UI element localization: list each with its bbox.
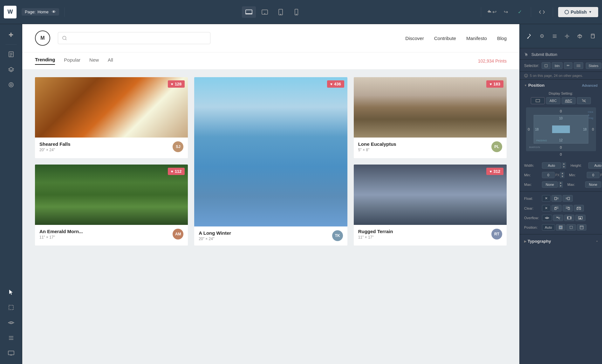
float-right-btn[interactable] [563,195,573,202]
max-width-up[interactable]: ▲ [558,181,563,185]
padding-left-value[interactable]: 18 [535,128,539,131]
3d-btn[interactable] [574,30,585,42]
assets-btn[interactable] [4,78,18,92]
padding-right-value[interactable]: 18 [583,128,586,131]
margin-left-value[interactable]: 0 [528,127,530,131]
states-btn[interactable]: States [586,63,601,69]
print-card-3[interactable]: 183 Lone Eucalyptus 5" × 8" PL [354,77,507,158]
select-box-btn[interactable] [4,300,18,314]
undo-btn[interactable]: ↩ [486,6,498,18]
margin-bottom-outer[interactable]: 0 [560,152,562,156]
tab-popular[interactable]: Popular [64,57,80,64]
display-inline-btn[interactable]: ABC [562,97,576,104]
max-height-input[interactable] [585,181,601,188]
layers-btn[interactable] [4,63,18,77]
publish-btn[interactable]: Publish ▼ [558,7,598,17]
bars-btn[interactable] [4,331,18,345]
tab-trending[interactable]: Trending [35,57,55,65]
selector-btn-icon[interactable] [542,62,551,69]
overflow-scroll-btn[interactable] [564,215,574,221]
float-none-btn[interactable]: ✕ [542,195,551,202]
print-card-winter[interactable]: 436 A Long Winter 20" × 24" TK [194,77,347,246]
selector-btn-edit[interactable]: ✏ [564,62,572,69]
margin-right-value[interactable]: 0 [592,127,594,131]
margin-bottom-value[interactable]: 0 [560,145,562,149]
overflow-auto-btn[interactable]: A [575,215,585,221]
padding-label: PADDING [537,139,547,142]
monitor-btn[interactable] [4,346,18,360]
width-input-group: ▲ ▼ [542,162,566,169]
svg-rect-31 [545,64,547,67]
tab-new[interactable]: New [89,57,99,64]
display-none-btn[interactable] [577,97,591,104]
position-fixed-btn[interactable] [577,224,586,231]
eye-icon[interactable]: 👁 [52,10,56,14]
position-auto-btn[interactable]: Auto [542,224,555,231]
position-relative-btn[interactable] [556,224,565,231]
print-card-4[interactable]: 112 An Emerald Morn... 11" × 17" AM [35,165,188,246]
position-type-btns: Auto [542,224,586,231]
device-mobile-btn[interactable] [290,6,304,18]
clear-right-btn[interactable] [563,205,573,212]
selector-btn-class[interactable]: btn [552,62,562,69]
overflow-hidden-btn[interactable] [553,215,563,221]
print-card-1[interactable]: 128 Sheared Falls 20" × 24" SJ [35,77,188,158]
min-width-up[interactable]: ▲ [560,172,564,175]
max-width-input[interactable] [542,181,558,188]
toolbar-divider [64,7,65,17]
min-width-down[interactable]: ▼ [560,175,564,178]
print-grid: 128 Sheared Falls 20" × 24" SJ [35,77,507,246]
width-up-btn[interactable]: ▲ [562,162,566,165]
overflow-visible-btn[interactable] [542,215,552,221]
display-inline-block-btn[interactable]: ABC [546,97,560,104]
min-height-input[interactable] [587,172,599,178]
width-label: Width: [524,164,540,167]
settings-btn[interactable]: ⚙ [536,30,548,42]
width-down-btn[interactable]: ▼ [562,165,566,169]
select-tool-btn[interactable] [4,285,18,299]
click-drag-label: Click&Drag [588,111,593,120]
copy-btn[interactable] [587,30,598,42]
nav-discover[interactable]: Discover [405,36,424,41]
nav-contribute[interactable]: Contribute [434,36,456,41]
nav-blog[interactable]: Blog [497,36,507,41]
clear-none-btn[interactable]: ✕ [542,205,551,212]
position-section-header[interactable]: Position Advanced [520,80,602,90]
height-input[interactable] [588,162,602,169]
check-btn[interactable]: ✓ [514,6,526,18]
site-search-input[interactable] [58,32,210,44]
clear-left-btn[interactable] [551,205,562,212]
preview-btn[interactable] [4,316,18,330]
pen-tool-btn[interactable] [523,30,535,42]
print-card-6[interactable]: 312 Rugged Terrain 11" × 17" RT [354,165,507,246]
advanced-label[interactable]: Advanced [582,84,598,87]
print-text-3: Lone Eucalyptus 5" × 8" [358,141,491,152]
float-left-btn[interactable] [551,195,562,202]
add-element-btn[interactable]: ✚ [4,28,18,42]
code-btn[interactable] [536,6,548,18]
style-btn[interactable] [549,30,560,42]
device-laptop-btn[interactable] [242,6,256,18]
clear-both-btn[interactable] [574,205,584,212]
padding-top-value[interactable]: 10 [559,117,563,120]
typography-section[interactable]: Typography • [520,236,602,246]
device-tablet-portrait-btn[interactable] [274,6,288,18]
display-block-btn[interactable] [531,97,545,104]
margin-top-value[interactable]: 0 [560,109,562,113]
interactions-btn[interactable] [561,30,573,42]
min-width-input[interactable] [542,172,555,178]
redo-btn[interactable]: ↪ [500,6,512,18]
nav-manifesto[interactable]: Manifesto [466,36,487,41]
selector-btn-list[interactable] [574,62,583,69]
max-width-down[interactable]: ▼ [558,185,563,188]
center-element [552,125,570,133]
position-absolute-btn[interactable] [566,224,576,231]
print-avatar-4: AM [173,229,183,239]
max-width-group: ▲ ▼ [542,181,563,188]
device-tablet-landscape-btn[interactable] [258,6,272,18]
pages-btn[interactable] [4,47,18,61]
width-input[interactable] [542,162,561,169]
like-badge-4: 112 [168,168,185,175]
padding-bottom-value[interactable]: 12 [559,138,563,142]
tab-all[interactable]: All [108,57,113,64]
